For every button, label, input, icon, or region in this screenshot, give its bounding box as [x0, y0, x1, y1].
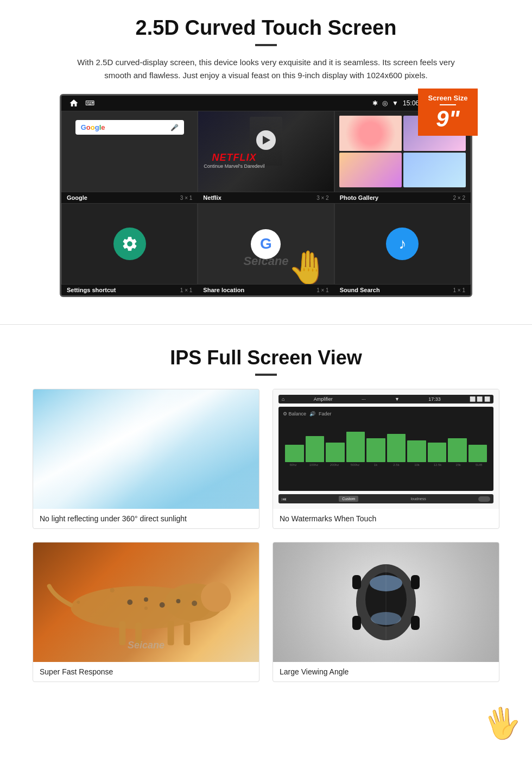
amp-controls: ⚙ Balance 🔊 Fader: [283, 411, 489, 417]
svg-rect-11: [183, 623, 190, 646]
svg-point-7: [192, 601, 197, 606]
app-cell-share[interactable]: G 🤚 Share location 1 × 1: [198, 203, 334, 295]
netflix-label-row: Netflix 3 × 2: [198, 192, 334, 203]
sky-image: [33, 389, 259, 509]
image-grid: No light reflecting under 360° direct su…: [33, 389, 499, 682]
amp-footer: ⏮ Custom loudness: [278, 494, 493, 503]
amp-fader-label: Fader: [319, 411, 332, 417]
google-app-name: Google: [67, 194, 87, 201]
amp-header: ⌂ Amplifier ··· ▼ 17:33 ⬜ ⬜ ⬜: [278, 395, 493, 403]
amp-wifi: ▼: [395, 396, 400, 402]
eq-band-label-0: 60hz: [283, 463, 303, 466]
amp-body: ⚙ Balance 🔊 Fader 60hz100hz200hz500hz1k2…: [278, 407, 493, 491]
bluetooth-icon: ✱: [372, 99, 378, 107]
prev-icon: ⏮: [282, 496, 287, 502]
share-label-row: Share location 1 × 1: [198, 285, 334, 295]
eq-band-label-1: 100hz: [303, 463, 324, 466]
play-triangle: [263, 136, 270, 144]
eq-bar-9: [468, 445, 487, 462]
share-cell-content: G 🤚: [198, 203, 334, 285]
amp-vol-icon: 🔊: [309, 411, 315, 417]
card-car: Large Viewing Angle: [273, 542, 499, 682]
eq-band-labels: 60hz100hz200hz500hz1k2.5k10k12.5k15kSUB: [283, 463, 489, 466]
google-cell-content: Google 🎤: [61, 111, 198, 192]
car-caption: Large Viewing Angle: [273, 662, 499, 682]
svg-point-4: [144, 597, 148, 602]
music-note-icon: ♪: [398, 235, 406, 253]
app-cell-sound[interactable]: ♪ Sound Search 1 × 1: [334, 203, 471, 295]
share-size: 1 × 1: [316, 287, 329, 293]
eq-bar-5: [387, 434, 406, 462]
eq-bar-8: [448, 438, 467, 462]
app-cell-settings[interactable]: Settings shortcut 1 × 1: [61, 203, 198, 295]
section1-description: With 2.5D curved-display screen, this de…: [76, 56, 456, 82]
device-screen: ⌨ ✱ ◎ ▼ 15:06 ⬜ ◁) ✗ ▭: [60, 94, 472, 297]
section-curved-screen: 2.5D Curved Touch Screen With 2.5D curve…: [0, 0, 532, 308]
photo-label-row: Photo Gallery 2 × 2: [334, 192, 471, 203]
mic-icon: 🎤: [170, 124, 179, 131]
loudness-label: loudness: [411, 497, 426, 501]
sound-app-name: Sound Search: [340, 287, 380, 293]
app-cell-netflix[interactable]: NETFLIX Continue Marvel's Daredevil Netf…: [198, 111, 334, 203]
loudness-toggle[interactable]: [478, 496, 490, 502]
amp-title: Amplifier: [314, 396, 333, 402]
card-amplifier: ⌂ Amplifier ··· ▼ 17:33 ⬜ ⬜ ⬜ ⚙ Balance …: [273, 389, 499, 529]
netflix-text: NETFLIX: [212, 152, 256, 163]
settings-icon-circle: [113, 228, 146, 260]
amp-dots: ···: [362, 396, 366, 402]
netflix-size: 3 × 2: [316, 195, 329, 201]
section1-title: 2.5D Curved Touch Screen: [33, 16, 499, 40]
sound-icon-circle: ♪: [386, 228, 419, 260]
hand-pointing-icon: 🤚: [288, 248, 328, 285]
sky-overlay: [33, 389, 259, 509]
card-cheetah: Seicane Super Fast Response: [33, 542, 259, 682]
svg-point-6: [176, 599, 180, 603]
svg-point-3: [127, 600, 132, 605]
eq-bar-2: [326, 443, 345, 462]
eq-bar-6: [407, 440, 426, 462]
status-bar: ⌨ ✱ ◎ ▼ 15:06 ⬜ ◁) ✗ ▭: [61, 96, 471, 111]
cheetah-caption: Super Fast Response: [33, 662, 259, 682]
custom-button[interactable]: Custom: [339, 496, 358, 502]
photo-app-name: Photo Gallery: [340, 194, 379, 201]
eq-band-label-5: 2.5k: [386, 463, 407, 466]
sound-size: 1 × 1: [453, 287, 465, 293]
eq-band-label-8: 15k: [448, 463, 468, 466]
netflix-app-name: Netflix: [203, 194, 221, 201]
section-divider: [0, 324, 532, 325]
google-search-bar[interactable]: Google 🎤: [75, 120, 184, 135]
eq-bar-7: [428, 443, 447, 462]
photo-size: 2 × 2: [453, 195, 465, 201]
sound-label-row: Sound Search 1 × 1: [334, 285, 471, 295]
eq-band-label-6: 10k: [407, 463, 427, 466]
badge-size: 9": [436, 106, 459, 131]
badge-underline: [440, 104, 456, 105]
eq-band-label-3: 500hz: [345, 463, 365, 466]
screen-size-badge: Screen Size 9": [418, 89, 478, 136]
svg-rect-8: [119, 621, 125, 646]
eq-band-label-9: SUB: [468, 463, 489, 466]
eq-band-label-4: 1k: [365, 463, 386, 466]
eq-bar-3: [346, 432, 365, 462]
netflix-play-button[interactable]: [256, 130, 276, 150]
app-cell-google[interactable]: Google 🎤 Google 3 × 1: [61, 111, 198, 203]
google-size: 3 × 1: [180, 195, 193, 201]
usb-icon: ⌨: [85, 99, 94, 107]
gear-icon: [121, 235, 138, 253]
amp-equalizer: [283, 419, 489, 462]
svg-point-2: [201, 582, 231, 611]
amp-eq-label: ⚙ Balance: [283, 411, 306, 417]
cheetah-image: Seicane: [33, 542, 259, 662]
eq-band-label-2: 200hz: [324, 463, 345, 466]
card-sky: No light reflecting under 360° direct su…: [33, 389, 259, 529]
car-image: [273, 542, 499, 662]
eq-bar-0: [285, 445, 304, 462]
car-light-effect: [273, 542, 499, 662]
settings-cell-content: [61, 203, 198, 285]
google-maps-icon: G: [251, 229, 281, 259]
netflix-logo-area: NETFLIX Continue Marvel's Daredevil: [204, 152, 264, 169]
eq-bar-4: [366, 438, 385, 462]
time-display: 15:06: [403, 99, 419, 107]
google-label-row: Google 3 × 1: [61, 192, 198, 203]
home-icon: [69, 98, 79, 108]
